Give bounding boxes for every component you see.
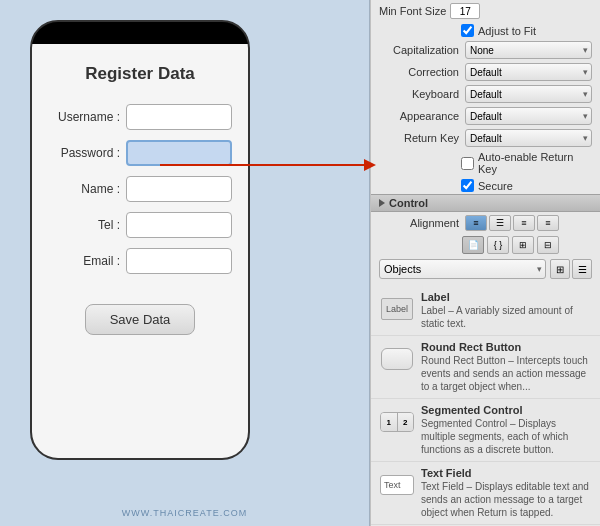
- grid-view-button[interactable]: ⊞: [550, 259, 570, 279]
- segmented-icon: 1 2: [379, 404, 415, 440]
- username-field[interactable]: [126, 104, 232, 130]
- save-button[interactable]: Save Data: [85, 304, 196, 335]
- secure-row: Secure: [371, 177, 600, 194]
- tel-field[interactable]: [126, 212, 232, 238]
- label-item[interactable]: Label Label Label – A variably sized amo…: [371, 286, 600, 336]
- align-right-button[interactable]: ≡: [513, 215, 535, 231]
- appearance-label: Appearance: [379, 110, 459, 122]
- adjust-to-fit-row: Adjust to Fit: [371, 22, 600, 39]
- password-label: Password :: [48, 146, 120, 160]
- grid-icon[interactable]: ⊞: [512, 236, 534, 254]
- label-item-desc: Label – A variably sized amount of stati…: [421, 304, 592, 330]
- name-field[interactable]: [126, 176, 232, 202]
- list-view-button[interactable]: ☰: [572, 259, 592, 279]
- secure-label: Secure: [478, 180, 513, 192]
- segmented-item-desc: Segmented Control – Displays multiple se…: [421, 417, 592, 456]
- form-title: Register Data: [85, 64, 195, 84]
- toolbar-icons-row: 📄 { } ⊞ ⊟: [371, 234, 600, 256]
- auto-enable-checkbox[interactable]: [461, 157, 474, 170]
- doc-icon[interactable]: 📄: [462, 236, 484, 254]
- tel-label: Tel :: [48, 218, 120, 232]
- return-key-select-wrap: Default: [465, 129, 592, 147]
- appearance-select[interactable]: Default: [465, 107, 592, 125]
- inspector-panel: Min Font Size 17 Adjust to Fit Capitaliz…: [370, 0, 600, 526]
- email-label: Email :: [48, 254, 120, 268]
- correction-select-wrap: Default: [465, 63, 592, 81]
- objects-select-wrap: Objects: [379, 259, 546, 279]
- keyboard-label: Keyboard: [379, 88, 459, 100]
- password-field[interactable]: [126, 140, 232, 166]
- segmented-control-item[interactable]: 1 2 Segmented Control Segmented Control …: [371, 399, 600, 462]
- username-row: Username :: [48, 104, 232, 130]
- alignment-label: Alignment: [379, 217, 459, 229]
- capitalization-label: Capitalization: [379, 44, 459, 56]
- email-row: Email :: [48, 248, 232, 274]
- min-font-size-row: Min Font Size 17: [371, 0, 600, 22]
- align-left-button[interactable]: ≡: [465, 215, 487, 231]
- min-font-size-input[interactable]: 17: [450, 3, 480, 19]
- correction-select[interactable]: Default: [465, 63, 592, 81]
- appearance-row: Appearance Default: [371, 105, 600, 127]
- keyboard-row: Keyboard Default: [371, 83, 600, 105]
- align-center-button[interactable]: ☰: [489, 215, 511, 231]
- return-key-select[interactable]: Default: [465, 129, 592, 147]
- textfield-item-name: Text Field: [421, 467, 592, 479]
- save-btn-container: Save Data: [48, 304, 232, 335]
- simulator-screen: Register Data Username : Password : Name…: [32, 44, 248, 458]
- return-key-row: Return Key Default: [371, 127, 600, 149]
- adjust-to-fit-label: Adjust to Fit: [478, 25, 536, 37]
- watermark: WWW.THAICREATE.COM: [0, 508, 369, 518]
- name-label: Name :: [48, 182, 120, 196]
- text-field-item[interactable]: Text Text Field Text Field – Displays ed…: [371, 462, 600, 525]
- grid-view-buttons: ⊞ ☰: [550, 259, 592, 279]
- adjust-to-fit-checkbox[interactable]: [461, 24, 474, 37]
- label-item-name: Label: [421, 291, 592, 303]
- braces-icon[interactable]: { }: [487, 236, 509, 254]
- round-rect-icon: [379, 341, 415, 377]
- textfield-icon: Text: [379, 467, 415, 503]
- ios-device: Register Data Username : Password : Name…: [30, 20, 250, 460]
- appearance-select-wrap: Default: [465, 107, 592, 125]
- secure-checkbox[interactable]: [461, 179, 474, 192]
- triangle-icon: [379, 199, 385, 207]
- email-field[interactable]: [126, 248, 232, 274]
- status-bar: [32, 22, 248, 44]
- align-justify-button[interactable]: ≡: [537, 215, 559, 231]
- segmented-item-name: Segmented Control: [421, 404, 592, 416]
- control-label: Control: [389, 197, 428, 209]
- name-row: Name :: [48, 176, 232, 202]
- simulator-panel: Register Data Username : Password : Name…: [0, 0, 370, 526]
- control-section-header: Control: [371, 194, 600, 212]
- return-key-label: Return Key: [379, 132, 459, 144]
- textfield-item-desc: Text Field – Displays editable text and …: [421, 480, 592, 519]
- objects-row: Objects ⊞ ☰: [371, 256, 600, 282]
- keyboard-select[interactable]: Default: [465, 85, 592, 103]
- tel-row: Tel :: [48, 212, 232, 238]
- table-icon[interactable]: ⊟: [537, 236, 559, 254]
- min-font-size-label: Min Font Size: [379, 5, 446, 17]
- label-icon: Label: [379, 291, 415, 327]
- auto-enable-label: Auto-enable Return Key: [478, 151, 592, 175]
- keyboard-select-wrap: Default: [465, 85, 592, 103]
- correction-label: Correction: [379, 66, 459, 78]
- username-label: Username :: [48, 110, 120, 124]
- objects-list: Label Label Label – A variably sized amo…: [371, 282, 600, 526]
- password-row: Password :: [48, 140, 232, 166]
- correction-row: Correction Default: [371, 61, 600, 83]
- objects-select[interactable]: Objects: [379, 259, 546, 279]
- auto-enable-row: Auto-enable Return Key: [371, 149, 600, 177]
- round-rect-item-name: Round Rect Button: [421, 341, 592, 353]
- capitalization-select-wrap: None: [465, 41, 592, 59]
- capitalization-select[interactable]: None: [465, 41, 592, 59]
- round-rect-item-desc: Round Rect Button – Intercepts touch eve…: [421, 354, 592, 393]
- alignment-row: Alignment ≡ ☰ ≡ ≡: [371, 212, 600, 234]
- round-rect-button-item[interactable]: Round Rect Button Round Rect Button – In…: [371, 336, 600, 399]
- capitalization-row: Capitalization None: [371, 39, 600, 61]
